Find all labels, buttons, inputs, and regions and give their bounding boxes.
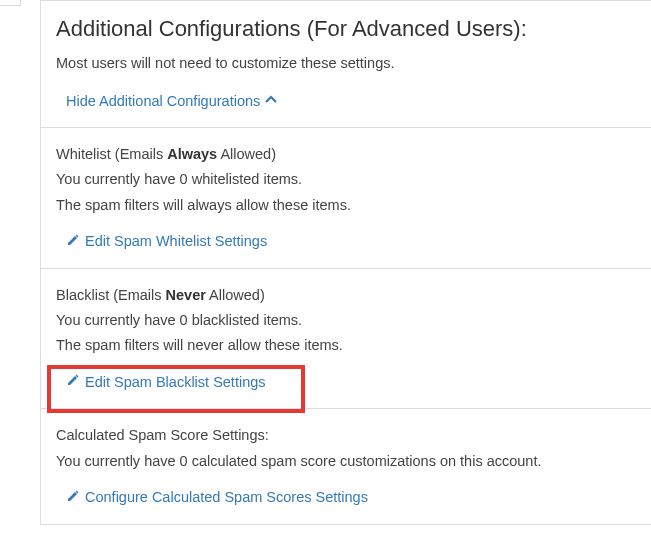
hide-config-link[interactable]: Hide Additional Configurations: [66, 93, 277, 109]
whitelist-count: You currently have 0 whitelisted items.: [56, 168, 636, 191]
blacklist-count: You currently have 0 blacklisted items.: [56, 309, 636, 332]
blacklist-desc: The spam filters will never allow these …: [56, 334, 636, 357]
score-label: Calculated Spam Score Settings:: [56, 424, 636, 447]
pencil-icon: [66, 233, 80, 250]
configure-score-link[interactable]: Configure Calculated Spam Scores Setting…: [66, 489, 368, 506]
whitelist-section: Whitelist (Emails Always Allowed) You cu…: [41, 128, 651, 269]
edit-whitelist-label: Edit Spam Whitelist Settings: [85, 233, 267, 249]
blacklist-section: Blacklist (Emails Never Allowed) You cur…: [41, 269, 651, 410]
whitelist-desc: The spam filters will always allow these…: [56, 194, 636, 217]
left-panel-stub: [0, 0, 21, 6]
edit-whitelist-link[interactable]: Edit Spam Whitelist Settings: [66, 233, 267, 250]
score-count: You currently have 0 calculated spam sco…: [56, 450, 636, 473]
header-section: Additional Configurations (For Advanced …: [41, 1, 651, 128]
pencil-icon: [66, 489, 80, 506]
section-subtitle: Most users will not need to customize th…: [56, 52, 636, 75]
configure-score-label: Configure Calculated Spam Scores Setting…: [85, 489, 368, 505]
edit-blacklist-label: Edit Spam Blacklist Settings: [85, 374, 266, 390]
chevron-up-icon: [265, 93, 277, 109]
blacklist-label: Blacklist (Emails Never Allowed): [56, 284, 636, 307]
pencil-icon: [66, 373, 80, 390]
edit-blacklist-link[interactable]: Edit Spam Blacklist Settings: [66, 373, 266, 390]
hide-config-label: Hide Additional Configurations: [66, 93, 260, 109]
additional-config-panel: Additional Configurations (For Advanced …: [40, 0, 651, 525]
whitelist-label: Whitelist (Emails Always Allowed): [56, 143, 636, 166]
section-heading: Additional Configurations (For Advanced …: [56, 16, 636, 42]
score-section: Calculated Spam Score Settings: You curr…: [41, 409, 651, 523]
